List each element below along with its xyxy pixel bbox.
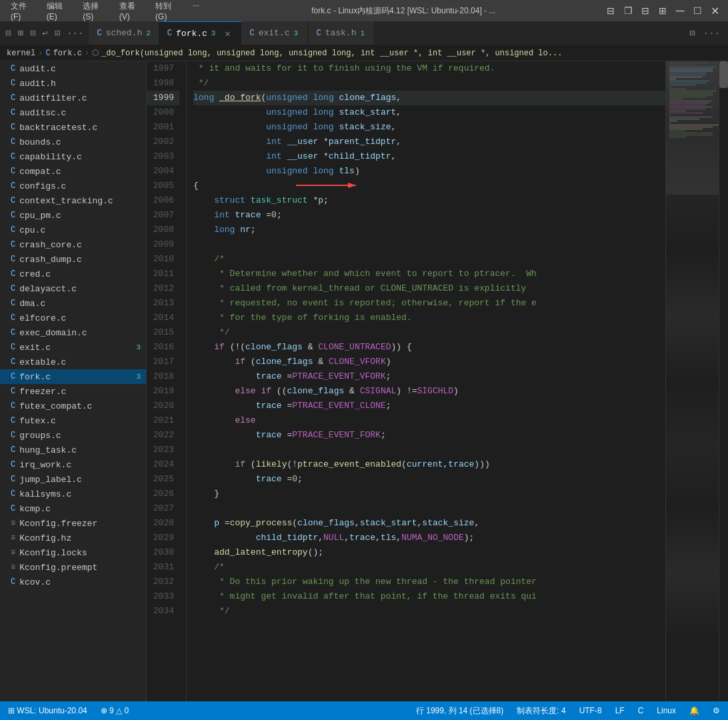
sidebar-item-kallsyms-c[interactable]: C kallsyms.c xyxy=(0,487,146,501)
status-errors[interactable]: ⊗ 9 △ 0 xyxy=(98,706,131,715)
sidebar-item-extable-c[interactable]: C extable.c xyxy=(0,355,146,369)
sidebar-item-cpu-pm-c[interactable]: C cpu_pm.c xyxy=(0,208,146,223)
sidebar-item-kcov-c[interactable]: C kcov.c xyxy=(0,575,146,589)
sidebar-item-crash-core-c[interactable]: C crash_core.c xyxy=(0,237,146,252)
status-notification-icon[interactable]: 🔔 xyxy=(687,706,702,715)
code-line-2026: } xyxy=(193,487,665,501)
panel-icon[interactable]: ⊟ xyxy=(637,4,653,17)
menu-file[interactable]: 文件(F) xyxy=(5,0,39,23)
sidebar-item-backtracetest-c[interactable]: C backtracetest.c xyxy=(0,120,146,135)
split-right-icon[interactable]: ⊟ xyxy=(687,26,697,40)
status-platform[interactable]: Linux xyxy=(654,706,679,715)
sidebar-item-elfcore-c[interactable]: C elfcore.c xyxy=(0,311,146,325)
sidebar-item-auditsc-c[interactable]: C auditsc.c xyxy=(0,105,146,120)
sidebar-item-audit-c[interactable]: C audit.c xyxy=(0,61,146,76)
status-eol[interactable]: LF xyxy=(613,706,627,715)
tab-fork-c[interactable]: C fork.c 3 ✕ xyxy=(159,21,242,45)
code-content[interactable]: * it and waits for it to finish using th… xyxy=(187,61,665,701)
sidebar-item-kconfig-freezer[interactable]: ≡ Kconfig.freezer xyxy=(0,516,146,531)
code-editor[interactable]: 1997 1998 1999 2000 2001 2002 2003 2004 … xyxy=(147,61,728,701)
sidebar-item-configs-c[interactable]: C configs.c xyxy=(0,179,146,193)
sidebar-item-context-tracking-c[interactable]: C context_tracking.c xyxy=(0,193,146,208)
file-icon: C xyxy=(11,64,15,73)
minimap[interactable] xyxy=(665,61,719,701)
tab-task-h[interactable]: C task.h 1 xyxy=(308,21,375,45)
sidebar-item-groups-c[interactable]: C groups.c xyxy=(0,428,146,443)
sidebar-item-kcmp-c[interactable]: C kcmp.c xyxy=(0,501,146,516)
sidebar-item-crash-dump-c[interactable]: C crash_dump.c xyxy=(0,252,146,267)
tab-exit-c[interactable]: C exit.c 3 xyxy=(241,21,308,45)
file-icon: C xyxy=(11,504,15,513)
sidebar-item-fork-c[interactable]: C fork.c 3 xyxy=(0,369,146,384)
more-icon[interactable]: ··· xyxy=(64,27,86,40)
sidebar-item-kconfig-locks[interactable]: ≡ Kconfig.locks xyxy=(0,545,146,560)
file-icon: C xyxy=(11,167,15,176)
menu-bar[interactable]: 文件(F) 编辑(E) 选择(S) 查看(V) 转到(G) ··· xyxy=(5,0,205,23)
sidebar-item-jump-label-c[interactable]: C jump_label.c xyxy=(0,472,146,487)
split-icon[interactable]: ❐ xyxy=(620,4,636,17)
copy-icon[interactable]: ⊡ xyxy=(52,26,63,40)
menu-more[interactable]: ··· xyxy=(187,0,205,23)
sidebar-item-kconfig-hz[interactable]: ≡ Kconfig.hz xyxy=(0,531,146,545)
sidebar-item-auditfilter-c[interactable]: C auditfilter.c xyxy=(0,91,146,105)
sidebar-item-hung-task-c[interactable]: C hung_task.c xyxy=(0,443,146,457)
sidebar-item-compat-c[interactable]: C compat.c xyxy=(0,164,146,179)
close-button[interactable]: ✕ xyxy=(707,4,723,17)
sidebar-item-exec-domain-c[interactable]: C exec_domain.c xyxy=(0,325,146,340)
sidebar-item-cpu-c[interactable]: C cpu.c xyxy=(0,223,146,237)
split-editor-icon[interactable]: ⊟ xyxy=(27,26,38,40)
breadcrumb-c-icon: C xyxy=(45,49,50,58)
sidebar-item-audit-h[interactable]: C audit.h xyxy=(0,76,146,91)
scrollbar-thumb[interactable] xyxy=(719,61,728,88)
status-settings-icon[interactable]: ⚙ xyxy=(710,706,723,715)
status-wsl[interactable]: ⊞ WSL: Ubuntu-20.04 xyxy=(5,706,90,715)
file-icon: C xyxy=(11,299,15,308)
sidebar-item-label: kcmp.c xyxy=(19,504,141,514)
sidebar-item-delayacct-c[interactable]: C delayacct.c xyxy=(0,281,146,296)
sidebar-item-label: delayacct.c xyxy=(19,284,141,294)
undo-icon[interactable]: ↩ xyxy=(39,26,50,40)
line-num-2031: 2031 xyxy=(147,560,179,575)
breadcrumb-function[interactable]: _do_fork(unsigned long, unsigned long, u… xyxy=(101,49,562,58)
sidebar-item-label: futex_compat.c xyxy=(19,401,141,411)
status-tabsize[interactable]: 制表符长度: 4 xyxy=(514,705,568,717)
menu-view[interactable]: 查看(V) xyxy=(114,0,147,23)
sidebar-item-capability-c[interactable]: C capability.c xyxy=(0,149,146,164)
sidebar-item-dma-c[interactable]: C dma.c xyxy=(0,296,146,311)
breadcrumb-file[interactable]: fork.c xyxy=(53,49,82,58)
layout-icon[interactable]: ⊟ xyxy=(603,4,619,17)
new-tab-icon[interactable]: ⊞ xyxy=(15,26,25,40)
status-language[interactable]: C xyxy=(635,706,647,715)
minimize-button[interactable]: ─ xyxy=(672,4,688,17)
file-icon: C xyxy=(11,211,15,220)
tab-bar-left-controls[interactable]: ⊟ ⊞ ⊟ ↩ ⊡ ··· xyxy=(0,21,89,45)
file-icon: C xyxy=(11,431,15,440)
sidebar-item-bounds-c[interactable]: C bounds.c xyxy=(0,135,146,149)
status-encoding[interactable]: UTF-8 xyxy=(577,706,605,715)
sidebar-item-futex-c[interactable]: C futex.c xyxy=(0,413,146,428)
menu-select[interactable]: 选择(S) xyxy=(77,0,111,23)
vertical-scrollbar[interactable] xyxy=(719,61,728,701)
breadcrumb-kernel[interactable]: kernel xyxy=(7,49,35,58)
sidebar-item-kconfig-preempt[interactable]: ≡ Kconfig.preempt xyxy=(0,560,146,575)
menu-goto[interactable]: 转到(G) xyxy=(150,0,185,23)
tab-sched-h[interactable]: C sched.h 2 xyxy=(89,21,159,45)
code-line-1998: */ xyxy=(193,76,665,91)
tab-bar-right-controls[interactable]: ⊟ ··· xyxy=(681,21,728,45)
maximize-button[interactable]: ☐ xyxy=(689,4,705,17)
sidebar-item-freezer-c[interactable]: C freezer.c xyxy=(0,384,146,399)
sidebar-item-futex-compat-c[interactable]: C futex_compat.c xyxy=(0,399,146,413)
status-position[interactable]: 行 1999, 列 14 (已选择8) xyxy=(413,705,506,717)
window-controls[interactable]: ⊟ ❐ ⊟ ⊞ ─ ☐ ✕ xyxy=(603,4,723,17)
grid-icon[interactable]: ⊞ xyxy=(655,4,671,17)
code-line-2018: trace = PTRACE_EVENT_VFORK ; xyxy=(193,369,665,384)
more-tabs-icon[interactable]: ··· xyxy=(701,27,723,40)
tab-close-button[interactable]: ✕ xyxy=(222,28,233,39)
file-icon: C xyxy=(11,313,15,323)
sidebar-item-irq-work-c[interactable]: C irq_work.c xyxy=(0,457,146,472)
explorer-icon[interactable]: ⊟ xyxy=(3,26,13,40)
sidebar-item-exit-c[interactable]: C exit.c 3 xyxy=(0,340,146,355)
code-line-2010: /* xyxy=(193,252,665,267)
menu-edit[interactable]: 编辑(E) xyxy=(41,0,75,23)
sidebar-item-cred-c[interactable]: C cred.c xyxy=(0,267,146,281)
